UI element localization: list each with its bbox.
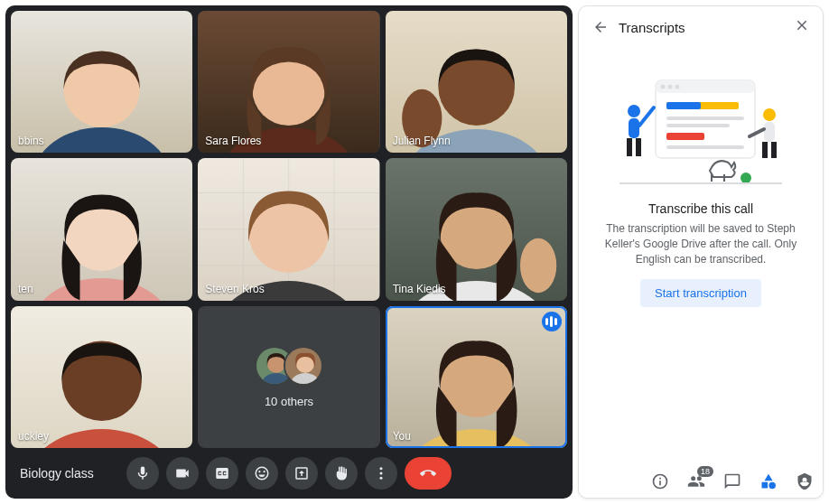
host-controls-button[interactable]	[795, 471, 815, 491]
svg-rect-61	[771, 142, 777, 158]
panel-title: Transcripts	[619, 20, 785, 35]
svg-point-39	[380, 467, 383, 470]
microphone-icon	[135, 465, 151, 481]
self-tile[interactable]: You	[386, 306, 567, 448]
participant-tile[interactable]: bbins	[11, 11, 192, 153]
reactions-button[interactable]	[246, 457, 278, 490]
svg-point-40	[380, 472, 383, 475]
video-grid: bbins Sara Flores	[5, 5, 573, 448]
svg-point-41	[380, 477, 383, 480]
transcribe-description: The transcription will be saved to Steph…	[597, 221, 805, 266]
svg-point-26	[520, 238, 556, 293]
svg-rect-54	[629, 118, 639, 138]
participants-count-badge: 18	[697, 466, 713, 477]
back-button[interactable]	[591, 18, 610, 36]
leave-call-button[interactable]	[405, 457, 452, 490]
transcription-illustration	[610, 62, 791, 189]
emoji-icon	[254, 465, 270, 481]
svg-rect-59	[764, 122, 775, 142]
overflow-participants-tile[interactable]: 10 others	[198, 306, 379, 448]
camera-icon	[174, 465, 191, 481]
present-icon	[293, 465, 310, 481]
self-video	[386, 306, 567, 448]
transcripts-panel: Transcripts	[578, 5, 824, 499]
svg-rect-56	[636, 138, 641, 156]
svg-point-58	[763, 108, 776, 121]
participant-tile[interactable]: Julian Flynn	[386, 11, 567, 153]
svg-line-57	[639, 107, 654, 126]
svg-rect-51	[666, 133, 704, 140]
participant-tile[interactable]: ten	[11, 158, 192, 300]
app-root: bbins Sara Flores	[0, 0, 829, 504]
participant-tile[interactable]: Steven Kros	[198, 158, 379, 300]
chat-button[interactable]	[722, 471, 742, 491]
participant-video	[11, 306, 192, 448]
close-panel-button[interactable]	[794, 17, 810, 37]
info-icon	[651, 472, 669, 490]
participant-name: Sara Flores	[205, 135, 261, 147]
participant-name: Julian Flynn	[393, 135, 451, 147]
right-toolbar: 18	[650, 471, 815, 491]
center-controls	[126, 457, 452, 490]
more-options-button[interactable]	[365, 457, 397, 490]
participant-video	[11, 158, 192, 300]
participant-video	[198, 11, 379, 153]
activities-button[interactable]	[759, 471, 778, 491]
captions-button[interactable]	[206, 457, 238, 490]
overflow-avatars	[255, 346, 323, 386]
transcribe-heading: Transcribe this call	[591, 201, 810, 216]
chat-icon	[723, 472, 741, 490]
overflow-count-label: 10 others	[265, 395, 313, 408]
svg-rect-48	[666, 102, 701, 109]
svg-rect-49	[666, 117, 744, 120]
close-icon	[794, 17, 810, 33]
call-end-icon	[420, 465, 436, 481]
microphone-button[interactable]	[126, 457, 159, 490]
avatar	[284, 346, 323, 386]
present-screen-button[interactable]	[285, 457, 318, 490]
svg-point-45	[668, 85, 673, 89]
svg-point-46	[675, 85, 680, 89]
participant-name: uckley	[18, 430, 49, 443]
participant-name: Tina Kiedis	[393, 283, 446, 295]
svg-rect-55	[627, 138, 632, 156]
participant-tile[interactable]: uckley	[11, 306, 192, 448]
bottom-control-bar: Biology class	[5, 448, 573, 499]
hand-icon	[333, 465, 349, 481]
participant-video	[198, 158, 379, 300]
svg-rect-52	[666, 145, 744, 149]
svg-point-53	[628, 105, 640, 117]
participant-tile[interactable]: Sara Flores	[198, 11, 379, 153]
participant-tile[interactable]: Tina Kiedis	[386, 158, 567, 300]
meeting-details-button[interactable]	[650, 471, 670, 491]
start-transcription-button[interactable]: Start transcription	[640, 279, 761, 307]
self-name-label: You	[393, 430, 411, 443]
participant-video	[386, 11, 567, 153]
side-panel: Transcripts	[578, 5, 824, 499]
shapes-icon	[759, 472, 778, 490]
participant-name: ten	[18, 283, 33, 295]
svg-point-65	[741, 173, 751, 183]
more-vertical-icon	[373, 465, 389, 481]
arrow-left-icon	[592, 19, 609, 35]
participant-name: Steven Kros	[205, 283, 264, 295]
raise-hand-button[interactable]	[325, 457, 358, 490]
lock-person-icon	[796, 472, 814, 490]
participant-video	[11, 11, 192, 153]
people-button[interactable]: 18	[686, 471, 706, 491]
panel-header: Transcripts	[591, 17, 810, 37]
meeting-area: bbins Sara Flores	[5, 5, 573, 499]
svg-point-44	[661, 85, 666, 89]
speaking-indicator-icon	[542, 312, 562, 331]
participant-name: bbins	[18, 135, 44, 147]
svg-rect-60	[762, 142, 768, 158]
captions-icon	[214, 465, 230, 481]
svg-rect-50	[666, 124, 730, 127]
participant-video	[386, 158, 567, 300]
meeting-name-label: Biology class	[14, 466, 94, 481]
camera-button[interactable]	[166, 457, 199, 490]
